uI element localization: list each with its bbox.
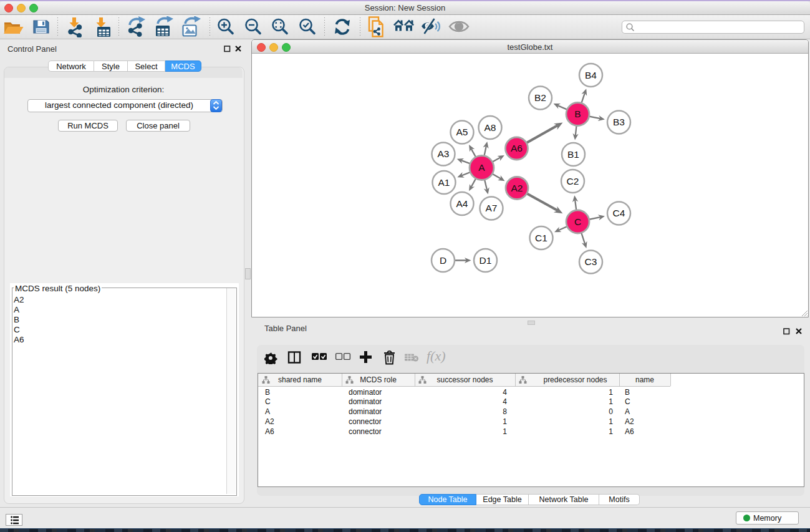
svg-text:A2: A2 xyxy=(511,183,523,193)
svg-text:B1: B1 xyxy=(567,149,579,160)
svg-text:B3: B3 xyxy=(613,117,625,127)
svg-text:A3: A3 xyxy=(438,148,450,159)
svg-text:C1: C1 xyxy=(535,233,547,243)
svg-text:A5: A5 xyxy=(456,127,468,137)
svg-text:B2: B2 xyxy=(534,92,546,103)
svg-text:A: A xyxy=(478,162,485,173)
svg-text:D: D xyxy=(440,255,446,266)
svg-text:A6: A6 xyxy=(511,143,523,153)
svg-text:B4: B4 xyxy=(585,70,597,80)
svg-text:C2: C2 xyxy=(567,176,579,186)
svg-text:A7: A7 xyxy=(486,203,498,213)
svg-text:C: C xyxy=(574,216,581,227)
svg-text:B: B xyxy=(574,109,581,119)
svg-text:C4: C4 xyxy=(613,208,625,218)
svg-text:C3: C3 xyxy=(585,256,597,267)
svg-text:A1: A1 xyxy=(438,177,450,188)
svg-text:A8: A8 xyxy=(485,122,496,133)
svg-text:A4: A4 xyxy=(456,198,468,209)
svg-text:D1: D1 xyxy=(480,255,492,266)
